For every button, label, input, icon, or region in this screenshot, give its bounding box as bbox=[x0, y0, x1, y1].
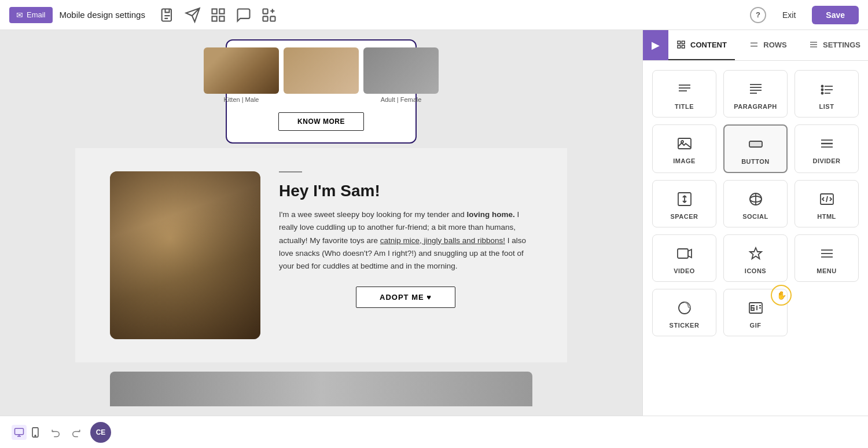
undo-icon bbox=[51, 427, 61, 438]
topbar-right: ? Exit Save bbox=[750, 6, 859, 24]
save-button[interactable]: Save bbox=[812, 6, 859, 24]
list-icon bbox=[819, 80, 835, 98]
svg-rect-5 bbox=[263, 9, 267, 13]
cat-card-2 bbox=[284, 47, 359, 103]
grid-item-video[interactable]: VIDEO bbox=[652, 234, 716, 282]
panel-header: ▶ CONTENT ROWS SETTINGS bbox=[643, 30, 868, 61]
paragraph-item-label: PARAGRAPH bbox=[734, 103, 777, 110]
grid-item-paragraph[interactable]: PARAGRAPH bbox=[723, 70, 788, 117]
grid-item-button[interactable]: BUTTON bbox=[723, 124, 788, 173]
svg-rect-30 bbox=[678, 138, 691, 149]
svg-rect-32 bbox=[749, 141, 762, 147]
svg-rect-6 bbox=[270, 16, 275, 21]
undo-button[interactable] bbox=[51, 427, 61, 438]
tab-rows-label: ROWS bbox=[763, 41, 786, 49]
avatar: CE bbox=[90, 422, 111, 443]
grid-item-gif[interactable]: ✋ GIF bbox=[723, 289, 788, 336]
grid-item-title[interactable]: TITLE bbox=[652, 70, 716, 117]
svg-point-24 bbox=[821, 86, 823, 87]
grid-item-menu[interactable]: MENU bbox=[795, 234, 859, 282]
send-icon-button[interactable] bbox=[185, 7, 201, 23]
cats-row: Kitten | Male Adult | Female bbox=[204, 47, 439, 103]
svg-point-56 bbox=[35, 435, 36, 436]
mobile-view-button[interactable] bbox=[29, 425, 42, 440]
help-button[interactable]: ? bbox=[750, 7, 766, 23]
cat-image-3 bbox=[363, 47, 439, 94]
desktop-view-button[interactable] bbox=[12, 425, 27, 440]
sam-image-wrapper bbox=[110, 171, 260, 339]
topbar: ✉ Email Mobile design settings ? Exit Sa… bbox=[0, 0, 868, 30]
sam-title: Hey I'm Sam! bbox=[279, 182, 532, 200]
bottom-section bbox=[75, 362, 567, 406]
cat-card-1: Kitten | Male bbox=[204, 47, 279, 103]
grid-item-spacer[interactable]: SPACER bbox=[652, 180, 716, 227]
svg-rect-8 bbox=[678, 41, 681, 44]
grid-item-image[interactable]: IMAGE bbox=[652, 124, 716, 173]
view-toggle bbox=[12, 425, 42, 440]
email-button[interactable]: ✉ Email bbox=[9, 7, 53, 23]
svg-point-28 bbox=[821, 93, 823, 94]
sam-text-link: catnip mice, jingly balls and ribbons! bbox=[380, 236, 505, 245]
tab-content[interactable]: CONTENT bbox=[668, 30, 735, 60]
chat-icon-button[interactable] bbox=[236, 7, 252, 23]
bottom-image bbox=[110, 372, 532, 406]
sam-divider bbox=[279, 171, 302, 172]
svg-marker-46 bbox=[750, 248, 762, 259]
email-icon: ✉ bbox=[16, 10, 23, 20]
svg-rect-7 bbox=[263, 16, 267, 21]
sticker-icon bbox=[676, 299, 693, 317]
grid-item-list[interactable]: LIST bbox=[795, 70, 859, 117]
video-item-label: VIDEO bbox=[674, 267, 695, 274]
cat-image-2 bbox=[284, 47, 359, 94]
settings-tab-icon bbox=[809, 40, 818, 49]
main-layout: Kitten | Male Adult | Female bbox=[0, 30, 868, 416]
sticker-item-label: STICKER bbox=[670, 322, 700, 329]
tab-settings[interactable]: SETTINGS bbox=[801, 30, 868, 60]
cat-label-3: Adult | Female bbox=[381, 96, 422, 103]
grid-icon-button[interactable] bbox=[210, 7, 226, 23]
email-button-label: Email bbox=[27, 10, 46, 19]
gif-icon bbox=[748, 299, 764, 317]
add-block-icon-button[interactable] bbox=[261, 7, 277, 23]
exit-button[interactable]: Exit bbox=[775, 7, 803, 23]
page-title: Mobile design settings bbox=[60, 10, 145, 20]
save-doc-icon-button[interactable] bbox=[159, 7, 175, 23]
tab-content-label: CONTENT bbox=[690, 41, 727, 49]
bottom-bar: CE bbox=[0, 416, 868, 448]
image-icon bbox=[676, 134, 693, 153]
topbar-icons bbox=[159, 7, 277, 23]
grid-item-sticker[interactable]: STICKER bbox=[652, 289, 716, 336]
spacer-item-label: SPACER bbox=[670, 213, 698, 220]
cats-section: Kitten | Male Adult | Female bbox=[226, 39, 417, 144]
spacer-icon bbox=[676, 190, 693, 208]
tab-settings-label: SETTINGS bbox=[823, 41, 860, 49]
grid-item-social[interactable]: SOCIAL bbox=[723, 180, 788, 227]
redo-icon bbox=[71, 427, 81, 438]
right-panel: ▶ CONTENT ROWS SETTINGS bbox=[642, 30, 868, 416]
social-item-label: SOCIAL bbox=[742, 213, 768, 220]
image-item-label: IMAGE bbox=[673, 157, 696, 164]
panel-content: TITLE PARAGRAPH LIST bbox=[643, 61, 868, 416]
grid-item-html[interactable]: HTML bbox=[795, 180, 859, 227]
tab-rows[interactable]: ROWS bbox=[735, 30, 801, 60]
svg-rect-9 bbox=[682, 41, 685, 44]
grid-item-icons[interactable]: ICONS bbox=[723, 234, 788, 282]
divider-icon bbox=[819, 134, 835, 153]
svg-rect-10 bbox=[678, 45, 681, 48]
panel-toggle-button[interactable]: ▶ bbox=[643, 30, 668, 60]
sam-content: Hey I'm Sam! I'm a wee sweet sleepy boy … bbox=[279, 171, 532, 308]
icons-icon bbox=[748, 244, 764, 263]
redo-button[interactable] bbox=[71, 427, 81, 438]
svg-rect-4 bbox=[219, 16, 224, 21]
svg-rect-2 bbox=[219, 9, 224, 13]
rows-tab-icon bbox=[749, 40, 759, 49]
html-icon bbox=[819, 190, 835, 208]
cat-image-1 bbox=[204, 47, 279, 94]
canvas-area[interactable]: Kitten | Male Adult | Female bbox=[0, 30, 642, 416]
cursor-highlight: ✋ bbox=[771, 285, 792, 306]
adopt-me-button[interactable]: ADOPT ME ♥ bbox=[356, 287, 455, 308]
title-icon bbox=[676, 80, 693, 98]
know-more-button[interactable]: KNOW MORE bbox=[278, 112, 364, 131]
button-item-label: BUTTON bbox=[741, 158, 770, 165]
grid-item-divider[interactable]: DIVIDER bbox=[795, 124, 859, 173]
